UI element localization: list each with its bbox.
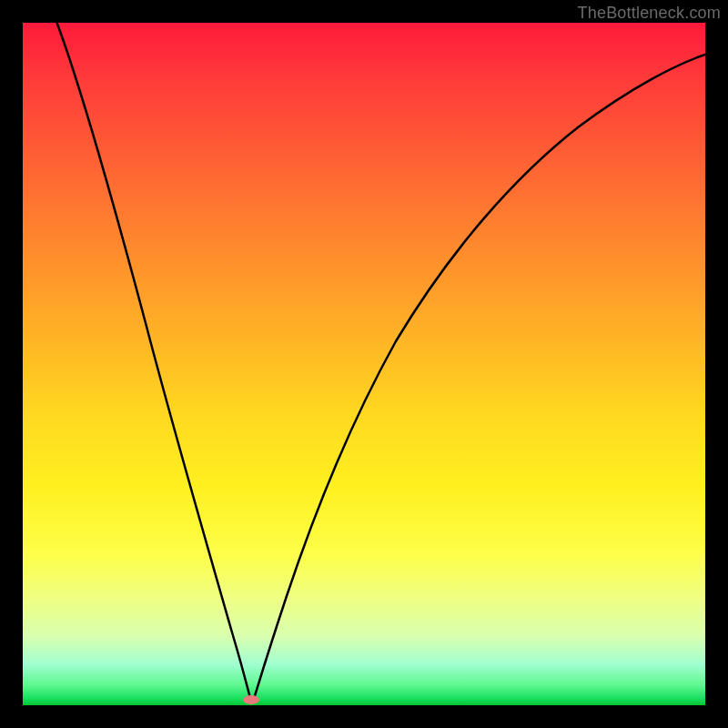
plot-area <box>23 23 705 705</box>
curve-layer <box>23 23 705 705</box>
watermark-text: TheBottleneck.com <box>578 4 721 23</box>
bottleneck-curve <box>57 23 706 702</box>
optimal-marker <box>243 695 259 704</box>
chart-frame: TheBottleneck.com <box>0 0 728 728</box>
